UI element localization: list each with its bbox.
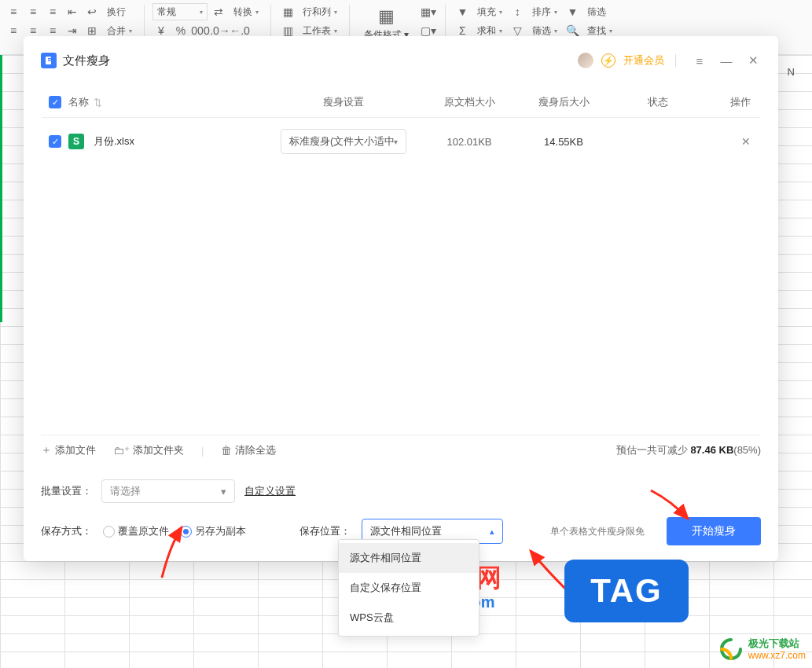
slim-setting-select[interactable]: 标准瘦身(文件大小适中 ▾	[281, 129, 406, 154]
col-status-label: 状态	[611, 95, 705, 109]
sort-icon[interactable]: ↕	[509, 3, 526, 20]
sort-indicator-icon[interactable]: ⇅	[94, 97, 102, 108]
filter-label: 筛选	[532, 24, 551, 38]
orig-size-cell: 102.01KB	[422, 136, 516, 148]
batch-label: 批量设置：	[41, 484, 92, 498]
menu-icon[interactable]: ≡	[692, 53, 707, 68]
swirl-icon	[718, 637, 744, 662]
radio-overwrite-label: 覆盖原文件	[118, 524, 169, 538]
fill-icon[interactable]: ▼	[454, 3, 471, 20]
avatar[interactable]	[578, 53, 593, 68]
convert-button[interactable]: 转换▾	[230, 3, 263, 20]
file-table: ✓ 名称 ⇅ 瘦身设置 原文档大小 瘦身后大小 状态 操作 ✓ S 月份.xls…	[41, 86, 761, 166]
select-all-checkbox[interactable]: ✓	[49, 96, 61, 108]
vip-icon[interactable]: ⚡	[601, 53, 615, 68]
dropdown-option-same[interactable]: 源文件相同位置	[339, 543, 479, 573]
chevron-up-icon: ▴	[490, 527, 494, 537]
add-file-label: 添加文件	[55, 443, 96, 457]
add-folder-label: 添加文件夹	[133, 443, 184, 457]
vip-link[interactable]: 开通会员	[623, 53, 664, 68]
sort-label: 排序	[532, 6, 551, 19]
trash-icon: 🗑	[221, 444, 232, 457]
radio-icon	[180, 526, 192, 538]
dropdown-option-wps[interactable]: WPS云盘	[339, 603, 479, 633]
custom-setting-link[interactable]: 自定义设置	[244, 484, 296, 498]
number-format-label: 常规	[157, 6, 176, 19]
row-checkbox[interactable]: ✓	[49, 135, 61, 148]
add-folder-button[interactable]: 🗀⁺添加文件夹	[113, 443, 184, 457]
save-location-value: 源文件相同位置	[370, 524, 442, 538]
watermark-corner-url: www.xz7.com	[748, 650, 806, 661]
fill-button[interactable]: 填充▾	[473, 3, 506, 20]
align-middle-icon[interactable]: ≡	[24, 3, 42, 20]
column-header-n[interactable]: N	[788, 66, 795, 78]
close-icon[interactable]: ✕	[745, 53, 761, 68]
svg-rect-1	[48, 58, 52, 59]
wrap-text-button[interactable]: 换行	[103, 3, 130, 20]
batch-setting-row: 批量设置： 请选择 ▾ 自定义设置	[41, 479, 761, 503]
radio-overwrite[interactable]: 覆盖原文件	[103, 524, 169, 538]
save-location-dropdown: 源文件相同位置 自定义保存位置 WPS云盘	[338, 539, 479, 637]
delete-row-icon[interactable]: ✕	[741, 135, 751, 148]
watermark-corner-title: 极光下载站	[748, 637, 806, 650]
radio-icon	[103, 526, 115, 538]
align-left-icon[interactable]: ≡	[5, 22, 22, 39]
dialog-title: 文件瘦身	[63, 53, 110, 68]
sort-button[interactable]: 排序▾	[528, 3, 561, 20]
col-after-label: 瘦身后大小	[516, 95, 611, 109]
batch-select[interactable]: 请选择 ▾	[101, 479, 235, 503]
col-action-label: 操作	[705, 95, 760, 109]
add-file-button[interactable]: ＋添加文件	[41, 443, 96, 457]
indent-dec-icon[interactable]: ⇤	[64, 3, 81, 20]
worksheet-label: 工作表	[303, 24, 331, 38]
clear-all-button[interactable]: 🗑清除全选	[221, 443, 276, 457]
chevron-down-icon: ▾	[394, 138, 398, 146]
save-location-label: 保存位置：	[299, 524, 351, 538]
minimize-icon[interactable]: —	[718, 53, 734, 68]
file-slim-dialog: 文件瘦身 ⚡ 开通会员 ≡ — ✕ ✓ 名称 ⇅ 瘦身设置 原文档大小 瘦身后大…	[24, 36, 778, 561]
wrap-icon[interactable]: ↩	[83, 3, 101, 20]
dropdown-option-custom[interactable]: 自定义保存位置	[339, 573, 479, 603]
rowcol-label: 行和列	[303, 6, 331, 19]
dialog-header: 文件瘦身 ⚡ 开通会员 ≡ — ✕	[41, 50, 761, 71]
filter-h-label: 筛选	[587, 6, 606, 19]
col-setting-label: 瘦身设置	[265, 95, 422, 109]
watermark-corner: 极光下载站 www.xz7.com	[718, 637, 806, 662]
rowcol-icon[interactable]: ▦	[279, 3, 296, 20]
radio-copy-label: 另存为副本	[195, 524, 246, 538]
filter-h-button[interactable]: 筛选	[583, 3, 610, 20]
chevron-down-icon: ▾	[221, 486, 226, 497]
number-format-select[interactable]: 常规▾	[152, 3, 208, 20]
radio-save-copy[interactable]: 另存为副本	[180, 524, 246, 538]
col-name-label: 名称	[68, 95, 89, 109]
watermark-tag-badge: TAG	[564, 560, 689, 622]
align-bottom-icon[interactable]: ≡	[44, 3, 61, 20]
table-header: ✓ 名称 ⇅ 瘦身设置 原文档大小 瘦身后大小 状态 操作	[42, 87, 760, 118]
file-name-cell: 月份.xlsx	[94, 134, 134, 149]
table-row: ✓ S 月份.xlsx 标准瘦身(文件大小适中 ▾ 102.01KB 14.55…	[42, 118, 760, 165]
clear-all-label: 清除全选	[235, 443, 276, 457]
after-size-cell: 14.55KB	[516, 136, 611, 148]
fill-label: 填充	[477, 6, 496, 19]
dialog-icon	[41, 53, 57, 68]
align-top-icon[interactable]: ≡	[5, 3, 22, 20]
save-mode-label: 保存方式：	[41, 524, 92, 538]
cond-format-icon: ▦	[378, 6, 395, 27]
filter-h-icon[interactable]: ▼	[564, 3, 581, 20]
rowcol-button[interactable]: 行和列▾	[299, 3, 341, 20]
start-slim-button[interactable]: 开始瘦身	[667, 517, 761, 545]
batch-select-placeholder: 请选择	[110, 484, 141, 498]
svg-rect-2	[48, 60, 52, 61]
convert-label: 转换	[233, 6, 252, 19]
merge-label: 合并	[107, 24, 126, 38]
folder-plus-icon: 🗀⁺	[113, 444, 130, 457]
convert-icon[interactable]: ⇄	[210, 3, 227, 20]
selection-edge	[0, 55, 2, 322]
col-orig-label: 原文档大小	[422, 95, 516, 109]
plus-icon: ＋	[41, 443, 52, 457]
slim-setting-value: 标准瘦身(文件大小适中	[289, 134, 394, 149]
sum-label: 求和	[477, 24, 496, 38]
xlsx-file-icon: S	[68, 134, 84, 149]
find-label: 查找	[587, 24, 606, 38]
table-style-icon[interactable]: ▦▾	[420, 3, 437, 20]
